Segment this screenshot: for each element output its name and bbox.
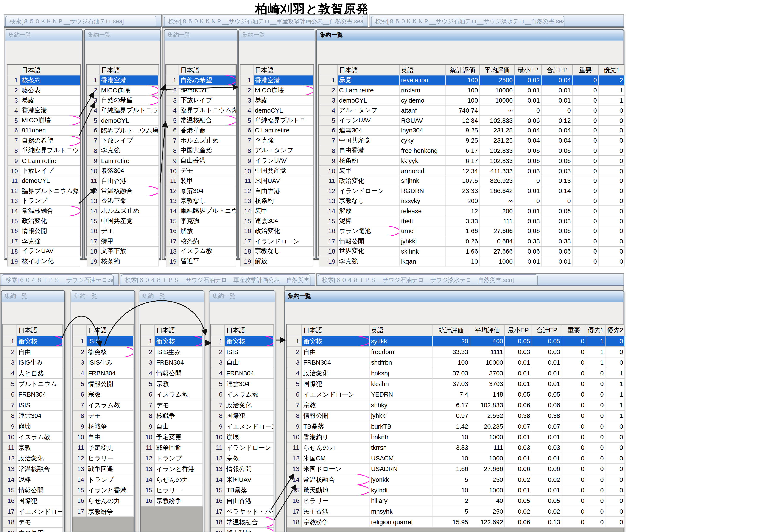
list-item[interactable]: 12 臨界プルトニウム爆: [8, 186, 80, 196]
column-header[interactable]: [287, 325, 301, 336]
list-item[interactable]: 10 イスラム教: [3, 432, 63, 442]
list-item[interactable]: 18 文革下放: [87, 246, 158, 256]
list-item[interactable]: 15 イランと香港: [73, 485, 133, 495]
panel-caption[interactable]: 集約一覧: [5, 29, 82, 41]
list-item[interactable]: 3 自由: [211, 357, 274, 368]
list-item[interactable]: 15 情報公開: [3, 485, 63, 495]
column-header-english[interactable]: 英語: [369, 325, 432, 336]
list-item[interactable]: 6 C Lam retire: [241, 125, 313, 136]
list-item[interactable]: 15 中国共産党: [87, 216, 158, 226]
list-item[interactable]: 16 宗教紛争: [141, 496, 202, 506]
list-item[interactable]: 17 宗教紛争: [73, 506, 133, 517]
list-item[interactable]: 5 demoCYL: [87, 116, 158, 125]
list-item[interactable]: 2 demoCYL: [166, 85, 236, 95]
list-item[interactable]: 5 情報公開: [73, 379, 133, 389]
list-item[interactable]: 11 宗教: [3, 443, 63, 453]
column-header-avg-eval[interactable]: 平均評価: [470, 325, 505, 336]
list-item[interactable]: 4 香港空港: [8, 105, 80, 116]
list-item[interactable]: 11 イランドローン: [211, 443, 274, 453]
list-item[interactable]: 16 国際犯: [3, 496, 63, 506]
column-header-priority2[interactable]: 優先2: [605, 325, 625, 336]
list-item[interactable]: 17 装甲: [87, 236, 158, 246]
list-item[interactable]: 7 イスラム教: [73, 400, 133, 410]
column-header-stat-eval[interactable]: 統計評価: [446, 65, 479, 75]
tab-tps-water[interactable]: 検索[６０４８ＴＰＳ__サウジ石油テロ__サウジ淡水テロ__自然災害.sea]: [318, 274, 538, 285]
list-item[interactable]: 9 イランUAV: [241, 156, 313, 166]
list-item[interactable]: 2 MICO崩壊: [241, 85, 313, 95]
list-item[interactable]: 5 常温核融合: [166, 116, 236, 125]
list-item[interactable]: 8 デモ: [73, 410, 133, 421]
list-item[interactable]: 6 イスラム教: [211, 389, 274, 400]
list-item[interactable]: 9 核戦争: [73, 421, 133, 432]
list-item[interactable]: 6 臨界プルトニウム爆: [87, 125, 158, 136]
list-item[interactable]: 6 911open: [8, 125, 80, 136]
table-row[interactable]: 14 解放 release 12 200 0.01 0.06 0 0: [319, 206, 625, 216]
list-item[interactable]: 1 衝突核: [211, 336, 274, 347]
table-row[interactable]: 13 米国ドローン USADRN 1.66 27.666 0.06 0.06 0…: [287, 463, 625, 474]
list-item[interactable]: 3 ISIS生み: [3, 357, 63, 368]
list-item[interactable]: 5 MICO崩壊: [8, 116, 80, 125]
list-item[interactable]: 17 ベラヤット・パーク: [211, 506, 274, 517]
list-item[interactable]: 11 demoCYL: [8, 176, 80, 186]
list-item[interactable]: 18 イランUAV: [8, 246, 80, 256]
list-item[interactable]: 4 demoCYL: [241, 105, 313, 116]
list-item[interactable]: 12 宗教: [211, 453, 274, 463]
list-item[interactable]: 11 予定変更: [73, 443, 133, 453]
list-item[interactable]: 16 デモ: [87, 226, 158, 236]
list-item[interactable]: 4 臨界プルトニウム爆: [166, 105, 236, 116]
table-row[interactable]: 12 イランドローン RGDRN 23.33 166.642 0.01 0.14…: [319, 186, 625, 196]
column-header-priority1[interactable]: 優先1: [599, 65, 625, 75]
tab-tps-military[interactable]: 検索[６０４８ＴＰＳ__サウジ石油テロ__軍産攻撃計画公表__自然災害.sea]: [121, 274, 310, 285]
list-item[interactable]: 12 ヒラリー: [73, 453, 133, 463]
column-header-important[interactable]: 重要: [562, 325, 586, 336]
list-item[interactable]: 16 政治変化: [241, 226, 313, 236]
list-item[interactable]: 10 下放レイプ: [8, 166, 80, 176]
list-item[interactable]: 2 ISIS生み: [141, 347, 202, 357]
list-item[interactable]: 19 本の暴露: [3, 527, 63, 532]
list-item[interactable]: 3 下放レイプ: [166, 95, 236, 106]
list-item[interactable]: 6 香港革命: [166, 125, 236, 136]
table-row[interactable]: 5 国際犯 kksihn 37.03 3703 0.01 0.01 0 0 1: [287, 379, 625, 389]
table-row[interactable]: 1 衝突核 syttkk 20 400 0.05 0.05 0 1 0: [287, 336, 625, 347]
list-item[interactable]: 7 ISIS: [3, 400, 63, 410]
column-header-japanese[interactable]: 日本語: [20, 65, 80, 75]
table-row[interactable]: 2 C Lam retire rtrclam 100 10000 0.01 0.…: [319, 85, 625, 95]
list-item[interactable]: 2 MICO崩壊: [87, 85, 158, 95]
table-row[interactable]: 7 中国共産党 cyky 9.25 231.25 0.04 0.04 0 0: [319, 136, 625, 146]
list-item[interactable]: 4 FRBN304: [211, 368, 274, 379]
list-item[interactable]: 15 ヒラリー: [141, 485, 202, 495]
tab-kknp-military[interactable]: 検索[８５０ＫＫＮＰ__サウジ石油テロ__軍産攻撃計画公表__自然災害.sea]: [164, 16, 363, 26]
list-item[interactable]: 2 自由: [3, 347, 63, 357]
column-header-min-ep[interactable]: 最小EP: [514, 65, 541, 75]
list-item[interactable]: 5 連雲304: [211, 379, 274, 389]
panel-caption-active[interactable]: 集約一覧: [317, 29, 624, 41]
column-header-stat-eval[interactable]: 統計評価: [432, 325, 470, 336]
list-item[interactable]: 10 デモ: [166, 166, 236, 176]
list-item[interactable]: 8 核戦争: [141, 410, 202, 421]
list-item[interactable]: 14 単純臨界プルトニウ: [166, 206, 236, 216]
column-header-priority1[interactable]: 優先1: [586, 325, 605, 336]
list-item[interactable]: 9 自由香港: [166, 156, 236, 166]
panel-caption[interactable]: 集約一覧: [139, 291, 204, 302]
list-item[interactable]: 3 暴露: [241, 95, 313, 106]
table-row[interactable]: 8 情報公開 jyhkki 0.97 2.552 0.38 0.38 0 0 1: [287, 410, 625, 421]
tab-kknp-oil[interactable]: 検索[８５０ＫＫＮＰ__サウジ石油テロ.sea]: [5, 16, 156, 26]
list-item[interactable]: 15 連雲304: [241, 216, 313, 226]
table-row[interactable]: 8 自由香港 free honkong 6.17 102.833 0.06 0.…: [319, 146, 625, 156]
table-row[interactable]: 16 ウラン電池 urncl 1.66 27.666 0.06 0.06 0 0: [319, 226, 625, 236]
list-item[interactable]: 17 核条約: [166, 236, 236, 246]
list-item[interactable]: 6 宗教: [73, 389, 133, 400]
column-header-english[interactable]: 英語: [399, 65, 446, 75]
list-item[interactable]: 19 核条約: [87, 256, 158, 266]
panel-caption[interactable]: 集約一覧: [2, 291, 64, 302]
list-item[interactable]: 13 宗教なし: [166, 196, 236, 206]
list-item[interactable]: 11 米国UAV: [241, 176, 313, 186]
list-item[interactable]: 16 解放: [166, 226, 236, 236]
table-row[interactable]: 3 FRBN304 shdfrbn 100 10000 0.01 0.01 0 …: [287, 357, 625, 368]
list-item[interactable]: 14 らせんの力: [141, 474, 202, 485]
list-item[interactable]: 8 アル・タンフ: [241, 146, 313, 156]
list-item[interactable]: 18 宗教なし: [241, 246, 313, 256]
list-item[interactable]: 12 暴落304: [166, 186, 236, 196]
table-row[interactable]: 3 demoCYL cyldemo 100 10000 0.01 0.01 0 …: [319, 95, 625, 106]
list-item[interactable]: 10 中国共産党: [241, 166, 313, 176]
